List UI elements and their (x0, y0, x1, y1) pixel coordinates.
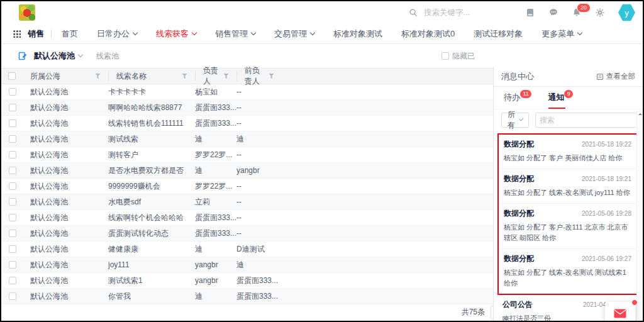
table-row[interactable]: 默认公海池线索转销售机会111111蛋蛋面333...-- (1, 116, 499, 131)
filter-icon[interactable] (269, 74, 274, 79)
hide-converted-checkbox[interactable]: 隐藏已 (441, 51, 475, 62)
nav-item-standard-object-test[interactable]: 标准对象测试 (333, 28, 382, 40)
notification-item[interactable]: 数据分配2021-05-18 19:21 杨宝如 分配了 线索-改名测试 joy… (499, 169, 636, 204)
cell-pool: 默认公海池 (30, 87, 108, 97)
row-checkbox[interactable] (9, 119, 16, 127)
cell-owner: yangbr (195, 276, 236, 285)
cell-lead-name[interactable]: 蛋蛋测试转化动态 (108, 228, 195, 239)
table-row[interactable]: 默认公海池测转客户罗罗22罗...-- (1, 147, 499, 163)
row-checkbox[interactable] (9, 214, 16, 221)
feedback-widget[interactable]: 意见反馈 (605, 302, 635, 322)
view-all-link[interactable]: 查看全部 (596, 72, 635, 81)
tab-todo[interactable]: 待办11 (504, 92, 531, 109)
row-checkbox[interactable] (9, 245, 16, 253)
app-name: 销售 (28, 28, 44, 40)
table-row[interactable]: 默认公海池水电费sdf立莉-- (1, 194, 499, 210)
cell-lead-name[interactable]: 测试线索1 (108, 275, 195, 286)
cell-lead-name[interactable]: 线索转销售机会111111 (108, 118, 195, 129)
row-checkbox[interactable] (9, 182, 16, 190)
table-row[interactable]: 默认公海池joy111yangbr迪 (1, 257, 499, 273)
row-checkbox[interactable] (9, 261, 16, 269)
row-checkbox[interactable] (9, 151, 16, 158)
nav-item-standard-object-test0[interactable]: 标准对象测试0 (401, 28, 455, 40)
row-checkbox[interactable] (9, 88, 16, 96)
nav-item-daily-office[interactable]: 日常办公 (97, 28, 137, 40)
cell-owner: 立莉 (195, 197, 236, 208)
cell-lead-name[interactable]: 健健康康 (108, 244, 195, 255)
panel-title: 消息中心 (501, 71, 534, 82)
cell-lead-name[interactable]: 是否水电费双方都是否 (108, 165, 195, 176)
table-row[interactable]: 默认公海池你管我迪蛋蛋面333... (1, 289, 499, 304)
cell-prev-owner: -- (236, 197, 282, 206)
notification-title: 数据分配 (504, 139, 534, 150)
cell-pool: 默认公海池 (30, 291, 108, 302)
panel-scrollbar[interactable] (636, 111, 643, 322)
global-search[interactable]: 搜索关键字... (409, 1, 470, 24)
notifications-bell-icon[interactable]: 20 (572, 8, 582, 18)
table-row[interactable]: 默认公海池蛋蛋测试转化动态蛋蛋面333...-- (1, 226, 499, 242)
nav-item-sales-mgmt[interactable]: 销售管理 (215, 28, 255, 40)
table-row[interactable]: 默认公海池啊啊哈哈哈线索88877蛋蛋面333...-- (1, 100, 499, 116)
filter-icon[interactable] (182, 74, 187, 79)
edit-document-icon[interactable] (18, 51, 28, 61)
main-navbar: 销售 首页 日常办公 线索获客 销售管理 交易管理 标准对象测试 标准对象测试0… (1, 24, 643, 44)
notification-item[interactable]: 数据分配2021-05-18 19:22 杨宝如 分配了 客户 美丽俏佳人店 给… (499, 135, 636, 169)
chevron-down-icon (192, 30, 197, 35)
panel-search-input[interactable] (536, 116, 641, 125)
row-checkbox[interactable] (9, 104, 16, 111)
app-grid-icon[interactable] (13, 30, 21, 38)
row-checkbox[interactable] (9, 167, 16, 174)
table-row[interactable]: 默认公海池测试线索迪迪 (1, 131, 499, 147)
filter-icon[interactable] (223, 74, 229, 79)
chevron-down-icon (78, 52, 83, 57)
nav-item-trade-mgmt[interactable]: 交易管理 (274, 28, 314, 40)
feedback-badge-dot (631, 299, 638, 306)
cell-lead-name[interactable]: 卡卡卡卡卡 (108, 87, 195, 97)
active-tab-underline (548, 108, 565, 109)
messages-icon[interactable] (548, 8, 558, 18)
nav-item-home[interactable]: 首页 (62, 28, 78, 40)
cell-pool: 默认公海池 (30, 197, 108, 208)
tab-notifications[interactable]: 通知9 (548, 92, 573, 109)
filter-icon[interactable] (95, 74, 101, 79)
row-checkbox[interactable] (9, 135, 16, 143)
row-checkbox[interactable] (9, 292, 16, 300)
row-checkbox[interactable] (9, 277, 16, 284)
notification-item[interactable]: 数据分配2021-05-06 19:28 杨宝如 分配了 客户-改111 北京市… (499, 204, 636, 249)
cell-lead-name[interactable]: 测转客户 (108, 150, 195, 160)
cell-lead-name[interactable]: 9999999赚机会 (108, 181, 195, 192)
cell-lead-name[interactable]: 测试线索 (108, 134, 195, 145)
cell-lead-name[interactable]: 你管我 (108, 291, 195, 302)
nav-item-more-menu[interactable]: 更多菜单 (541, 28, 582, 40)
cell-owner: 迪 (195, 291, 236, 302)
scroll-up-icon[interactable] (638, 111, 642, 115)
nav-item-lead-acquisition[interactable]: 线索获客 (156, 28, 196, 40)
table-row[interactable]: 默认公海池线索啊转个机会哈哈哈蛋蛋面333...-- (1, 210, 499, 226)
table-row[interactable]: 默认公海池9999999赚机会罗罗22罗...-- (1, 179, 499, 194)
nav-label: 更多菜单 (541, 28, 574, 40)
company-logo[interactable] (19, 4, 35, 21)
cell-lead-name[interactable]: joy111 (108, 260, 195, 269)
breadcrumb: 线索池 (96, 51, 119, 62)
settings-gear-icon[interactable] (595, 8, 605, 18)
table-row[interactable]: 默认公海池测试线索1yangbr蛋蛋面333... (1, 273, 499, 289)
cell-pool: 默认公海池 (30, 150, 108, 160)
select-all-checkbox[interactable] (8, 72, 16, 80)
table-row[interactable]: 默认公海池健健康康迪D迪测试 (1, 242, 499, 257)
type-filter-dropdown[interactable]: 所有 (501, 113, 529, 128)
cell-prev-owner: -- (236, 103, 282, 112)
cell-owner: yangbr (195, 260, 236, 269)
crm-app-window: 搜索关键字... 20 y 销售 首页 日常办公 线索获客 销售管理 (0, 0, 644, 322)
user-avatar[interactable]: y (618, 4, 635, 22)
knowledge-icon[interactable] (525, 8, 535, 18)
cell-lead-name[interactable]: 水电费sdf (108, 197, 195, 208)
row-checkbox[interactable] (9, 198, 16, 206)
pool-selector[interactable]: 默认公海池 (34, 50, 82, 62)
cell-lead-name[interactable]: 啊啊哈哈哈线索88877 (108, 103, 195, 113)
row-checkbox[interactable] (9, 230, 16, 237)
cell-lead-name[interactable]: 线索啊转个机会哈哈哈 (108, 213, 195, 223)
chevron-down-icon (310, 30, 315, 35)
table-row[interactable]: 默认公海池是否水电费双方都是否迪yangbr (1, 163, 499, 179)
notification-item[interactable]: 数据分配2021-05-06 19:27 杨宝如 分配了 线索-改名测试 测试线… (499, 249, 636, 294)
nav-item-migration-test-object[interactable]: 测试迁移对象 (474, 28, 523, 40)
